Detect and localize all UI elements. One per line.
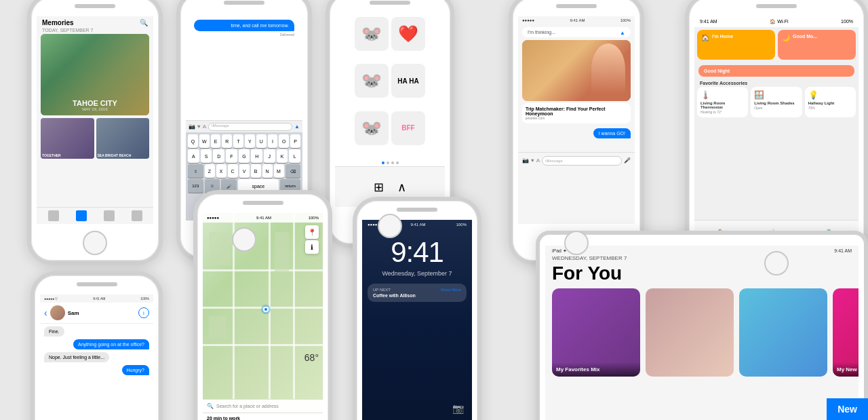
key-d[interactable]: D	[213, 149, 224, 163]
accessory-thermostat[interactable]: 🌡️ Living Room Thermostat Heating to 72°	[697, 87, 748, 117]
key-delete[interactable]: ⌫	[285, 164, 301, 178]
sticker-area: 🐭 ❤️ 🐭 HA HA 🐭 BFF	[335, 13, 445, 159]
music-cards-row: My Favorites Mix My New M... Mix	[545, 288, 859, 377]
key-p[interactable]: P	[290, 134, 300, 148]
device-maps: ●●●●● 9:41 AM 100% 📍 ℹ 68° 🔍 Search for …	[193, 190, 332, 420]
key-z[interactable]: Z	[205, 164, 215, 178]
thumb-2-label: SEA BRIGHT BEACH	[98, 153, 132, 157]
shades-status: Open	[754, 106, 798, 110]
key-h[interactable]: H	[251, 149, 262, 163]
key-f[interactable]: F	[226, 149, 237, 163]
home-button-2[interactable]	[232, 227, 256, 252]
key-123[interactable]: 123	[188, 179, 203, 193]
back-button[interactable]: ‹	[44, 307, 47, 318]
maps-status-bar: ●●●●● 9:41 AM 100%	[203, 213, 323, 223]
music-card-2[interactable]	[646, 288, 734, 377]
key-j[interactable]: J	[264, 149, 275, 163]
shades-name: Living Room Shades	[754, 101, 798, 105]
im-home-card[interactable]: 🏠 I'm Home	[697, 30, 775, 60]
key-o[interactable]: O	[279, 134, 289, 148]
key-v[interactable]: V	[239, 164, 250, 178]
key-x[interactable]: X	[216, 164, 226, 178]
key-m[interactable]: M	[274, 164, 284, 178]
search-icon[interactable]: 🔍	[140, 19, 148, 26]
sticker-1[interactable]: 🐭	[355, 17, 389, 51]
music-card-3[interactable]	[739, 288, 827, 377]
home-button-1[interactable]	[83, 231, 107, 255]
good-night-banner[interactable]: Good Night	[698, 65, 854, 77]
contact-avatar	[50, 305, 65, 320]
maps-search-bar[interactable]: 🔍 Search for a place or address	[203, 399, 323, 413]
memories-tab[interactable]	[76, 210, 87, 221]
device-memories: Memories 🔍 TODAY, SEPTEMBER 7 TAHOE CITY…	[27, 0, 163, 265]
contact-info-button[interactable]: i	[138, 307, 149, 318]
sticker-3[interactable]: 🐭	[355, 64, 389, 98]
key-b[interactable]: B	[251, 164, 261, 178]
device-apple-music: iPad ✦ 9:41 AM WEDNESDAY, SEPTEMBER 7 Fo…	[536, 231, 868, 420]
thumb-2[interactable]: SEA BRIGHT BEACH	[96, 118, 150, 159]
imessage-input[interactable]: iMessage	[208, 123, 292, 131]
road-h3	[203, 344, 323, 346]
shared-tab[interactable]	[104, 210, 115, 221]
thumb-1[interactable]: TOGETHER	[41, 118, 94, 159]
key-y[interactable]: Y	[245, 134, 255, 148]
commute-banner[interactable]: 20 min to work Take US-101 S, traffic is…	[203, 413, 323, 420]
location-dot	[263, 307, 269, 312]
scene: Memories 🔍 TODAY, SEPTEMBER 7 TAHOE CITY…	[0, 0, 868, 420]
light-status: 70%	[808, 106, 852, 110]
search-placeholder: Search for a place or address	[216, 404, 279, 408]
accessory-light[interactable]: 💡 Hallway Light 70%	[805, 87, 856, 117]
home-button-5[interactable]	[764, 251, 789, 275]
key-k[interactable]: K	[277, 149, 288, 163]
info-btn[interactable]: ℹ	[305, 240, 319, 254]
key-c[interactable]: C	[228, 164, 238, 178]
sticker-apps-grid[interactable]: ⊞	[374, 180, 384, 195]
key-shift[interactable]: ⇧	[188, 164, 203, 178]
memories-main-photo: TAHOE CITY MAY 29, 2016	[41, 34, 149, 115]
imessage-placeholder: iMessage	[212, 123, 229, 128]
device-messages-small: ●●●●● ▽ 9:41 AM 100% ‹ Sam i Fine. Anyth…	[31, 271, 163, 420]
sticker-4[interactable]: HA HA	[391, 64, 425, 98]
notif-action[interactable]: Show More	[441, 288, 461, 292]
good-morning-card[interactable]: 🌙 Good Mo...	[778, 30, 856, 60]
road-h1	[203, 269, 323, 271]
accessory-shades[interactable]: 🪟 Living Room Shades Open	[751, 87, 802, 117]
sticker-expand[interactable]: ∧	[397, 180, 406, 195]
city-name: TAHOE CITY	[45, 99, 145, 107]
map-view[interactable]: ●●●●● 9:41 AM 100% 📍 ℹ 68°	[203, 213, 323, 400]
key-t[interactable]: T	[233, 134, 243, 148]
key-r[interactable]: R	[222, 134, 232, 148]
key-g[interactable]: G	[239, 149, 250, 163]
sticker-2[interactable]: ❤️	[391, 17, 425, 51]
albums-tab[interactable]	[132, 210, 142, 221]
imessage-field[interactable]: iMessage	[542, 156, 622, 166]
home-button-4[interactable]	[564, 231, 589, 255]
sticker-6[interactable]: BFF	[391, 111, 425, 145]
thermostat-icon: 🌡️	[701, 90, 745, 100]
key-q[interactable]: Q	[188, 134, 198, 148]
sticker-5[interactable]: 🐭	[355, 111, 389, 145]
camera-icon[interactable]: 📷	[452, 403, 464, 414]
home-button-3[interactable]	[378, 214, 402, 238]
key-w[interactable]: W	[199, 134, 210, 148]
greeting1-label: I'm Home	[712, 34, 733, 39]
key-n[interactable]: N	[262, 164, 273, 178]
trip-image	[522, 40, 631, 101]
photos-tab[interactable]	[48, 210, 59, 221]
dot-3	[391, 161, 394, 164]
music-card-new[interactable]: My New M... Mix	[833, 288, 859, 377]
link-preview-card[interactable]: Trip Matchmaker: Find Your Perfect Honey…	[522, 103, 631, 123]
memories-title: Memories	[42, 19, 74, 26]
key-e[interactable]: E	[211, 134, 221, 148]
key-a[interactable]: A	[188, 149, 199, 163]
key-u[interactable]: U	[256, 134, 267, 148]
music-card-favorites[interactable]: My Favorites Mix	[552, 288, 640, 377]
key-s[interactable]: S	[201, 149, 212, 163]
lockscreen-notification: UP NEXT Show More Coffee with Allison	[368, 284, 467, 302]
key-l[interactable]: L	[289, 149, 300, 163]
user-bubble: I wanna GO!	[593, 128, 631, 138]
location-btn[interactable]: 📍	[305, 225, 319, 239]
key-i[interactable]: I	[268, 134, 278, 148]
homekit-status-bar: 9:41 AM 🏠 Wi-Fi 100%	[694, 16, 859, 27]
greeting2-label: Good Mo...	[793, 34, 817, 39]
